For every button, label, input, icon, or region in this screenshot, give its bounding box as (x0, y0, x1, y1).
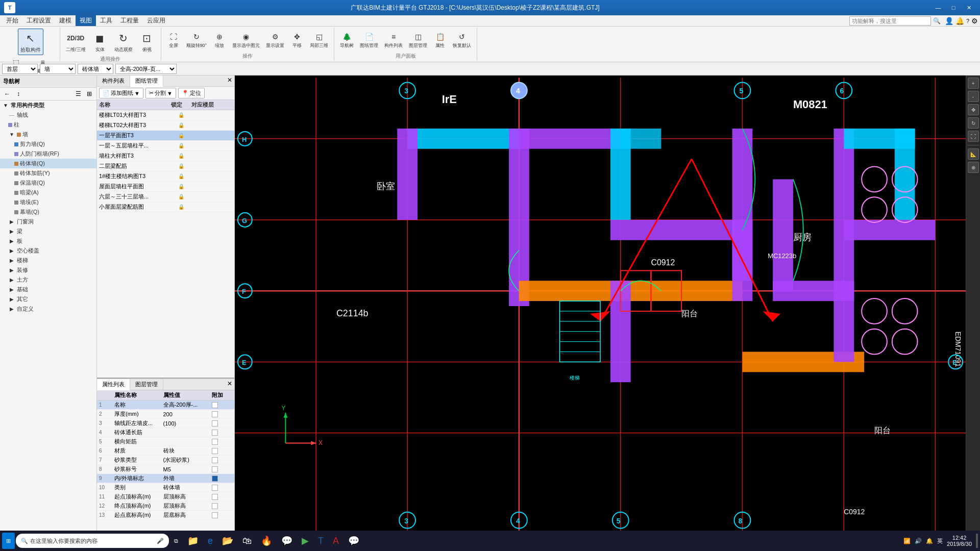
close-panel-button[interactable]: ✕ (225, 76, 234, 86)
tb-props-button[interactable]: 📋 属性 (431, 30, 449, 51)
spec-selector[interactable]: 全高-200厚-页... (115, 64, 177, 74)
network-icon[interactable]: 📶 (903, 538, 911, 544)
nav-item-insulation-wall[interactable]: 保温墙(Q) (0, 178, 96, 188)
props-row-start-bot-elev[interactable]: 13 起点底标高(m) 层底标高 (97, 511, 234, 520)
cad-fit-button[interactable]: ⛶ (968, 131, 979, 142)
taskbar-app3[interactable]: ▶ (298, 533, 313, 549)
nav-item-foundation[interactable]: ▶ 基础 (0, 285, 96, 294)
nav-item-shear-wall[interactable]: 剪力墙(Q) (0, 139, 96, 149)
tb-restore-default-button[interactable]: ↺ 恢复默认 (450, 30, 474, 51)
props-row-category[interactable]: 10 类别 砖体墙 (97, 483, 234, 492)
tb-local3d-button[interactable]: ◱ 局部三维 (307, 30, 331, 51)
props-row-material[interactable]: 6 材质 砖块 (97, 446, 234, 456)
taskbar-wechat[interactable]: 💬 (344, 533, 363, 549)
cad-zoom-out-button[interactable]: - (968, 91, 979, 102)
taskbar-explorer-button[interactable]: 📁 (183, 533, 203, 549)
cad-zoom-in-button[interactable]: + (968, 78, 979, 89)
cad-measure-button[interactable]: 📐 (968, 148, 979, 160)
taskbar-edge-button[interactable]: e (204, 533, 217, 549)
prop-extra-0[interactable] (212, 402, 218, 408)
drawing-row[interactable]: 楼梯LT02大样图T3 🔒 (97, 120, 234, 131)
nav-list-view-button[interactable]: ☰ (73, 89, 83, 99)
show-desktop-button[interactable] (976, 534, 978, 548)
menu-quantity[interactable]: 工程量 (116, 15, 143, 26)
nav-item-hollow-slab[interactable]: ▶ 空心楼盖 (0, 246, 96, 256)
prop-extra-7[interactable] (212, 466, 218, 472)
prop-extra-10[interactable] (212, 494, 218, 500)
cad-rotate-button[interactable]: ↻ (968, 117, 979, 129)
tab-layer-mgr[interactable]: 图层管理 (130, 379, 163, 390)
nav-item-brick-wall[interactable]: 砖体墙(Q) (0, 159, 96, 168)
props-row-mortar-grade[interactable]: 8 砂浆标号 M5 (97, 465, 234, 474)
bell-icon[interactable]: 🔔 (955, 17, 964, 25)
close-props-button[interactable]: ✕ (225, 379, 234, 390)
menu-project-settings[interactable]: 工程设置 (22, 15, 55, 26)
props-row-start-top-elev[interactable]: 11 起点顶标高(m) 层顶标高 (97, 492, 234, 502)
nav-expand-button[interactable]: ↕ (13, 89, 23, 99)
add-drawing-button[interactable]: 📄 添加图纸 ▼ (99, 88, 143, 98)
prop-extra-5[interactable] (212, 448, 218, 454)
tb-dynamic-view-button[interactable]: ↻ 动态观察 (112, 29, 135, 55)
nav-item-axis[interactable]: — 轴线 (0, 110, 96, 120)
tb-rotate-button[interactable]: ↻ 顺旋转90° (184, 30, 210, 51)
props-row-name[interactable]: 1 名称 全高-200厚-... (97, 400, 234, 410)
prop-extra-12[interactable] (212, 512, 218, 518)
prop-extra-4[interactable] (212, 439, 218, 445)
sound-icon[interactable]: 🔊 (915, 538, 922, 544)
prop-extra-6[interactable] (212, 457, 218, 463)
nav-item-custom[interactable]: ▶ 自定义 (0, 304, 96, 314)
tb-zoom-button[interactable]: ⊕ 缩放 (210, 30, 229, 51)
props-row-mortar-type[interactable]: 7 砂浆类型 (水泥砂浆) (97, 456, 234, 465)
tb-solid-button[interactable]: ◼ 实体 (89, 29, 111, 55)
tb-2d3d-button[interactable]: 2D/3D 二维/三维 (63, 29, 88, 55)
nav-item-slab[interactable]: ▶ 板 (0, 236, 96, 246)
notify-icon[interactable]: 🔔 (926, 538, 933, 544)
props-row-thickness[interactable]: 2 厚度(mm) 200 (97, 410, 234, 419)
search-input[interactable] (849, 16, 931, 26)
nav-item-earthwork[interactable]: ▶ 土方 (0, 275, 96, 285)
nav-item-other[interactable]: ▶ 其它 (0, 294, 96, 304)
menu-start[interactable]: 开始 (2, 15, 22, 26)
drawing-row[interactable]: 楼梯LT01大样图T3 🔒 (97, 110, 234, 120)
tb-select-button[interactable]: ↖ 拾取构件 (18, 29, 43, 55)
tb-drawing-mgr-button[interactable]: 📄 图纸管理 (357, 30, 381, 51)
nav-item-common-types[interactable]: ▼ 常用构件类型 (0, 101, 96, 110)
time-display[interactable]: 12:42 2019/8/30 (947, 535, 972, 547)
prop-extra-3[interactable] (212, 430, 218, 436)
props-row-inner-outer[interactable]: 9 内/外墙标志 外墙 (97, 474, 234, 483)
nav-item-column[interactable]: 柱 (0, 120, 96, 130)
props-row-axis-dist[interactable]: 3 轴线距左墙皮... (100) (97, 419, 234, 428)
nav-item-curtain-wall[interactable]: 幕墙(Q) (0, 207, 96, 217)
prop-extra-11[interactable] (212, 503, 218, 509)
cad-view[interactable]: 卧室 厨房 阳台 阳台 M0821 C0912 C2114b C0912 MC1… (235, 76, 966, 537)
tb-nav-tree-button[interactable]: 🌲 导航树 (337, 30, 356, 51)
taskbar-app5[interactable]: A (329, 533, 343, 549)
close-button[interactable]: ✕ (962, 3, 976, 13)
prop-extra-9[interactable] (212, 485, 218, 491)
user-icon[interactable]: 👤 (945, 17, 953, 25)
nav-item-beam[interactable]: ▶ 梁 (0, 227, 96, 236)
props-row-end-top-elev[interactable]: 12 终点顶标高(m) 层顶标高 (97, 502, 234, 511)
drawing-row[interactable]: 二层梁配筋 🔒 (97, 161, 234, 171)
split-drawing-button[interactable]: ✂ 分割 ▼ (145, 88, 176, 98)
prop-extra-2[interactable] (212, 420, 218, 427)
taskbar-app4[interactable]: T (314, 533, 328, 549)
tb-show-selected-button[interactable]: ◉ 显示选中图元 (230, 30, 262, 51)
tb-pan-button[interactable]: ✥ 平移 (288, 30, 306, 51)
settings-icon[interactable]: ⚙ (971, 17, 978, 25)
drawing-row[interactable]: 六层～三十三层墙... 🔒 (97, 192, 234, 202)
tab-props-list[interactable]: 属性列表 (97, 379, 130, 390)
props-row-long-bar[interactable]: 4 砖体通长筋 (97, 428, 234, 437)
nav-item-decoration[interactable]: ▶ 装修 (0, 265, 96, 275)
nav-grid-view-button[interactable]: ⊞ (84, 89, 94, 99)
tb-display-settings-button[interactable]: ⚙ 显示设置 (263, 30, 287, 51)
prop-extra-8[interactable] (212, 475, 218, 482)
taskbar-app2[interactable]: 💬 (277, 533, 297, 549)
tb-fullscreen-button[interactable]: ⛶ 全屏 (164, 30, 183, 51)
nav-item-blast-wall[interactable]: 人防门框墙(RF) (0, 149, 96, 159)
tab-member-list[interactable]: 构件列表 (97, 76, 130, 86)
menu-cloud[interactable]: 云应用 (143, 15, 169, 26)
prop-extra-1[interactable] (212, 411, 218, 417)
locate-drawing-button[interactable]: 📍 定位 (178, 88, 205, 98)
lang-indicator[interactable]: 英 (937, 537, 943, 545)
